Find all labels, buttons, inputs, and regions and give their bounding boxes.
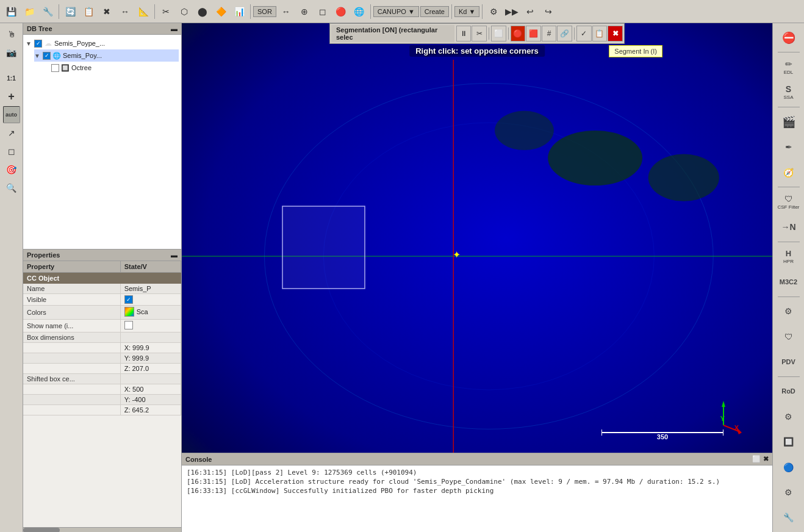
seg-pause-btn[interactable]: ⏸ bbox=[456, 26, 472, 41]
right-btn-layers[interactable]: 🔲 bbox=[777, 430, 801, 454]
tree-checkbox-2[interactable]: ✓ bbox=[43, 52, 51, 60]
toolbar-rect-btn[interactable]: ◻ bbox=[314, 3, 331, 20]
db-tree-header: DB Tree ▬ bbox=[23, 23, 181, 35]
showname-checkbox[interactable] bbox=[124, 321, 133, 329]
left-icon-select[interactable]: 🖱 bbox=[3, 26, 20, 43]
left-icon-search[interactable]: 🔍 bbox=[3, 179, 20, 196]
toolbar-extra-btn[interactable]: ▶▶ bbox=[503, 3, 520, 20]
axis-y-label: Y bbox=[720, 415, 725, 422]
toolbar-open-btn[interactable]: 💾 bbox=[2, 3, 20, 20]
tree-checkbox-3[interactable] bbox=[51, 64, 59, 72]
seg-rect-btn[interactable]: ⬜ bbox=[491, 26, 506, 41]
tree-item-semis-poype[interactable]: ▼ ✓ ☁ Semis_Poype_... bbox=[26, 37, 179, 49]
toolbar-scale-btn[interactable]: 📐 bbox=[135, 3, 152, 20]
seg-hash-btn[interactable]: # bbox=[542, 26, 557, 41]
tree-item-semis-poy[interactable]: ▼ ✓ 🌐 Semis_Poy... bbox=[34, 49, 179, 62]
colors-swatch[interactable]: Sca bbox=[124, 307, 148, 317]
left-icon-arrow[interactable]: ↗ bbox=[3, 124, 20, 142]
seg-link-btn[interactable]: 🔗 bbox=[557, 26, 572, 41]
prop-name-value[interactable]: Semis_P bbox=[120, 284, 181, 294]
toolbar-undo-btn[interactable]: ↩ bbox=[522, 3, 539, 20]
toolbar-circle-btn[interactable]: 🔴 bbox=[332, 3, 350, 20]
seg-cut-btn[interactable]: ✂ bbox=[472, 26, 487, 41]
pen-icon: ✒ bbox=[785, 142, 792, 152]
toolbar-paste-btn[interactable]: 📋 bbox=[80, 3, 97, 20]
viewport[interactable]: Segmentation [ON] (rectangular selec ⏸ ✂… bbox=[182, 23, 772, 453]
toolbar-globe-btn[interactable]: 🌐 bbox=[351, 3, 368, 20]
right-sep-5 bbox=[778, 297, 800, 297]
right-btn-pen[interactable]: ✒ bbox=[777, 135, 801, 159]
right-btn-gear3[interactable]: ⚙ bbox=[777, 480, 801, 504]
toolbar-arrow-btn[interactable]: ↔ bbox=[278, 3, 295, 20]
visible-checkbox[interactable]: ✓ bbox=[124, 295, 133, 304]
right-btn-pdv[interactable]: PDV bbox=[777, 350, 801, 373]
right-btn-ssa[interactable]: S SSA bbox=[777, 81, 801, 104]
seg-copy-btn[interactable]: 📋 bbox=[592, 26, 608, 41]
point-cloud-svg: ✦ bbox=[182, 60, 772, 453]
left-icon-plane[interactable]: ◻ bbox=[3, 143, 20, 160]
toolbar-plane-btn[interactable]: 🔶 bbox=[212, 3, 229, 20]
wrench-icon: 🔧 bbox=[783, 512, 794, 522]
tree-checkbox-1[interactable]: ✓ bbox=[34, 40, 42, 48]
left-icon-auto[interactable]: auto bbox=[3, 106, 20, 123]
console-restore-btn[interactable]: ⬜ bbox=[752, 455, 761, 463]
right-btn-csf[interactable]: 🛡 CSF Filter bbox=[777, 190, 801, 214]
toolbar-canupo-btn[interactable]: CANUPO ▼ bbox=[373, 6, 419, 17]
toolbar-cut-btn[interactable]: 🔧 bbox=[39, 3, 56, 20]
right-btn-gear1[interactable]: ⚙ bbox=[777, 300, 801, 323]
segmentation-toolbar: Segmentation [ON] (rectangular selec ⏸ ✂… bbox=[329, 23, 625, 44]
properties-collapse-btn[interactable]: ▬ bbox=[171, 251, 178, 259]
prop-row-shifted: Shifted box ce... bbox=[23, 374, 181, 384]
prop-showname-value[interactable] bbox=[120, 320, 181, 332]
csf-label: CSF Filter bbox=[778, 204, 800, 210]
csf-icon: 🛡 bbox=[784, 194, 793, 204]
toolbar-delete-btn[interactable]: ✖ bbox=[98, 3, 115, 20]
prop-colors-value[interactable]: Sca bbox=[120, 306, 181, 320]
left-icon-circle-target[interactable]: 🎯 bbox=[3, 161, 20, 178]
right-btn-compass[interactable]: 🧭 bbox=[777, 160, 801, 184]
right-btn-block[interactable]: ⛔ bbox=[777, 26, 801, 49]
right-btn-m3c2[interactable]: M3C2 bbox=[777, 270, 801, 293]
toolbar-cross-btn[interactable]: ⊕ bbox=[296, 3, 313, 20]
properties-scrollbar-thumb[interactable] bbox=[23, 528, 60, 532]
properties-scrollbar[interactable] bbox=[23, 527, 181, 532]
right-btn-movie[interactable]: 🎬 bbox=[777, 110, 801, 134]
toolbar-save-btn[interactable]: 📁 bbox=[21, 3, 38, 20]
properties-content[interactable]: Property State/V CC Object Name Semis_P bbox=[23, 261, 181, 527]
right-btn-hpr[interactable]: H HPR bbox=[777, 245, 801, 268]
toolbar-settings-btn[interactable]: ⚙ bbox=[485, 3, 502, 20]
right-btn-edl[interactable]: ✏ EDL bbox=[777, 55, 801, 79]
toolbar-segment-btn[interactable]: ✂ bbox=[157, 3, 174, 20]
toolbar-stats-btn[interactable]: 📊 bbox=[231, 3, 248, 20]
left-icon-plus[interactable]: + bbox=[3, 88, 20, 105]
right-btn-n[interactable]: →N bbox=[777, 215, 801, 239]
toolbar-translate-btn[interactable]: ↔ bbox=[117, 3, 134, 20]
toolbar-sor-btn[interactable]: SOR bbox=[253, 6, 276, 17]
seg-close-btn[interactable]: ✖ bbox=[608, 26, 623, 41]
left-icon-one-to-one[interactable]: 1:1 bbox=[3, 70, 20, 87]
seg-sep-3 bbox=[574, 27, 575, 40]
right-btn-rod[interactable]: RoD bbox=[777, 379, 801, 403]
toolbar-redo-btn[interactable]: ↪ bbox=[540, 3, 557, 20]
db-tree-content[interactable]: ▼ ✓ ☁ Semis_Poype_... ▼ ✓ 🌐 Semis_Poy...… bbox=[23, 35, 181, 249]
viewport-canvas[interactable]: ✦ 350 bbox=[182, 23, 772, 453]
edl-icon: ✏ bbox=[785, 59, 792, 69]
prop-visible-value[interactable]: ✓ bbox=[120, 294, 181, 306]
left-icon-camera[interactable]: 📷 bbox=[3, 44, 20, 61]
toolbar-create-btn[interactable]: Create bbox=[420, 6, 449, 17]
toolbar-kd-btn[interactable]: Kd ▼ bbox=[454, 6, 479, 17]
seg-circle-btn[interactable]: 🔴 bbox=[511, 26, 526, 41]
toolbar-rotate-btn[interactable]: 🔄 bbox=[62, 3, 79, 20]
db-tree-collapse-btn[interactable]: ▬ bbox=[171, 25, 178, 32]
toolbar-polyline-btn[interactable]: ⬡ bbox=[176, 3, 193, 20]
right-btn-circle[interactable]: 🔵 bbox=[777, 455, 801, 479]
right-btn-wrench[interactable]: 🔧 bbox=[777, 506, 801, 530]
tree-item-octree[interactable]: 🔲 Octree bbox=[43, 62, 179, 74]
ssa-label: SSA bbox=[783, 95, 793, 100]
right-btn-gear2[interactable]: ⚙ bbox=[777, 404, 801, 428]
right-btn-shield2[interactable]: 🛡 bbox=[777, 325, 801, 348]
seg-square-btn[interactable]: 🟥 bbox=[526, 26, 541, 41]
console-close-btn[interactable]: ✖ bbox=[763, 455, 769, 463]
seg-confirm-btn[interactable]: ✓ bbox=[576, 26, 592, 41]
toolbar-sphere-btn[interactable]: ⬤ bbox=[194, 3, 211, 20]
